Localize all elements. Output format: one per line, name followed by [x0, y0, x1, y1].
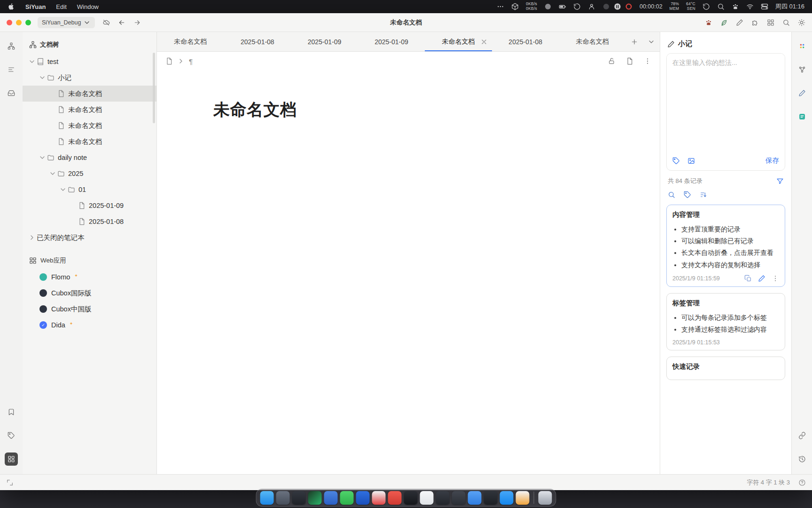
- tree-item-folder[interactable]: 2025: [23, 166, 156, 182]
- doc-info-icon[interactable]: [626, 57, 633, 65]
- person-icon[interactable]: [588, 3, 595, 10]
- chevron-down-icon[interactable]: [49, 170, 56, 177]
- memo-input[interactable]: [667, 54, 785, 150]
- dock-icon-music[interactable]: [388, 491, 402, 505]
- new-tab-button[interactable]: [626, 32, 643, 51]
- apple-menu[interactable]: [8, 3, 15, 10]
- copy-icon[interactable]: [744, 275, 752, 282]
- search-icon[interactable]: [782, 19, 790, 26]
- webapp-item-flomo[interactable]: Flomo: [23, 269, 156, 285]
- zoom-window-button[interactable]: [25, 20, 31, 25]
- tree-item-doc[interactable]: 2025-01-08: [23, 214, 156, 230]
- memo-record[interactable]: 标签管理 可以为每条记录添加多个标签 支持通过标签筛选和过滤内容 2025/1/…: [666, 293, 785, 350]
- backlink-icon[interactable]: [796, 429, 809, 442]
- save-button[interactable]: 保存: [765, 156, 779, 165]
- dock-icon-wechat[interactable]: [340, 491, 354, 505]
- dock-icon-finder[interactable]: [260, 491, 274, 505]
- document-title[interactable]: 未命名文档: [213, 99, 632, 121]
- menubar-clock[interactable]: 周四 01:16: [775, 2, 804, 11]
- ellipsis-icon[interactable]: [497, 3, 504, 10]
- leaf-plugin-icon[interactable]: [720, 19, 728, 26]
- chevron-right-icon[interactable]: [28, 234, 36, 241]
- dock-icon-preview[interactable]: [292, 491, 306, 505]
- paw-plugin-icon[interactable]: [705, 19, 712, 26]
- dock-icon-word[interactable]: [356, 491, 370, 505]
- sensor-readout[interactable]: 64°C SEN: [686, 2, 695, 11]
- control-center-icon[interactable]: [761, 3, 768, 10]
- tree-item-doc[interactable]: 2025-01-09: [23, 198, 156, 214]
- document-editor[interactable]: 未命名文档: [157, 71, 660, 474]
- memo-record[interactable]: 内容管理 支持置顶重要的记录 可以编辑和删除已有记录 长文本自动折叠，点击展开查…: [666, 205, 785, 287]
- layout-grid-icon[interactable]: [767, 19, 774, 26]
- battery-icon[interactable]: [559, 3, 566, 10]
- pause-dot-icon[interactable]: [614, 3, 621, 10]
- search-records-icon[interactable]: [668, 191, 675, 198]
- tab-doc[interactable]: 未命名文档: [157, 32, 224, 51]
- webapp-item-dida[interactable]: ✓ Dida: [23, 317, 156, 333]
- status-dot-icon[interactable]: [544, 3, 552, 10]
- tree-item-notebook[interactable]: test: [23, 54, 156, 70]
- tree-item-closed-notebooks[interactable]: 已关闭的笔记本: [23, 230, 156, 246]
- timer-readout[interactable]: 00:00:02: [640, 3, 663, 10]
- tab-list-button[interactable]: [643, 32, 660, 51]
- tab-doc[interactable]: 2025-01-08: [224, 32, 291, 51]
- tag-panel-icon[interactable]: [5, 429, 18, 442]
- dock-icon-screenshot[interactable]: [436, 491, 450, 505]
- colored-dots-plugin-icon[interactable]: [796, 40, 809, 53]
- dock-icon-appstore[interactable]: [500, 491, 514, 505]
- workspace-switcher[interactable]: SiYuan_Debug: [38, 17, 95, 28]
- menu-edit[interactable]: Edit: [56, 3, 66, 10]
- chevron-down-icon[interactable]: [39, 74, 46, 81]
- webapp-dock-icon[interactable]: [5, 452, 18, 466]
- forward-icon[interactable]: [133, 19, 141, 26]
- plugin-puzzle-icon[interactable]: [751, 19, 759, 26]
- spotlight-search-icon[interactable]: [717, 3, 725, 10]
- sort-icon[interactable]: [700, 191, 707, 198]
- dock-icon-pycharm[interactable]: [308, 491, 322, 505]
- minimize-window-button[interactable]: [16, 20, 22, 25]
- dock-icon-mail[interactable]: [276, 491, 290, 505]
- record-more-icon[interactable]: [772, 275, 779, 282]
- webapp-item-cubox-intl[interactable]: Cubox国际版: [23, 285, 156, 301]
- tab-doc[interactable]: 2025-01-09: [358, 32, 425, 51]
- more-kebab-icon[interactable]: [644, 57, 651, 65]
- tree-item-folder[interactable]: 小记: [23, 70, 156, 86]
- tree-item-doc[interactable]: 未命名文档: [23, 86, 156, 102]
- tab-doc-active[interactable]: 未命名文档: [425, 32, 492, 51]
- chevron-down-icon[interactable]: [59, 186, 67, 193]
- dock-icon-textedit[interactable]: [420, 491, 434, 505]
- record-dot-icon[interactable]: [625, 3, 632, 10]
- memo-record[interactable]: 快速记录: [666, 357, 785, 380]
- add-image-icon[interactable]: [687, 157, 695, 165]
- dock-icon-contacts[interactable]: [452, 491, 466, 505]
- paragraph-block-mark[interactable]: ¶: [189, 57, 193, 65]
- back-icon[interactable]: [118, 19, 125, 26]
- memory-readout[interactable]: 78% MEM: [670, 2, 679, 11]
- webapp-item-cubox-cn[interactable]: Cubox中国版: [23, 301, 156, 317]
- filter-tag-icon[interactable]: [684, 191, 691, 198]
- tab-doc[interactable]: 未命名文档: [559, 32, 626, 51]
- refresh-icon[interactable]: [703, 3, 710, 10]
- marker-plugin-icon[interactable]: [796, 87, 809, 100]
- box-icon[interactable]: [511, 3, 519, 10]
- pen-dot-icon[interactable]: [602, 3, 610, 10]
- dock-icon-reader[interactable]: [372, 491, 386, 505]
- tab-doc[interactable]: 2025-01-08: [492, 32, 559, 51]
- menu-app-name[interactable]: SiYuan: [25, 3, 46, 10]
- tree-scrollbar[interactable]: [153, 53, 155, 123]
- help-icon[interactable]: [798, 479, 806, 486]
- tree-item-folder[interactable]: daily note: [23, 150, 156, 166]
- theme-sun-icon[interactable]: [798, 19, 805, 26]
- tree-item-doc[interactable]: 未命名文档: [23, 118, 156, 134]
- paw-icon[interactable]: [732, 3, 739, 10]
- dock-icon-xcode[interactable]: [324, 491, 338, 505]
- corner-layout-icon[interactable]: [6, 479, 14, 486]
- tree-item-doc[interactable]: 未命名文档: [23, 134, 156, 150]
- add-tag-icon[interactable]: [672, 157, 680, 165]
- tab-doc[interactable]: 2025-01-09: [291, 32, 358, 51]
- tree-item-doc[interactable]: 未命名文档: [23, 102, 156, 118]
- edit-record-icon[interactable]: [758, 275, 765, 282]
- doc-icon[interactable]: [165, 57, 173, 65]
- menu-window[interactable]: Window: [77, 3, 99, 10]
- dock-icon-terminal[interactable]: [404, 491, 418, 505]
